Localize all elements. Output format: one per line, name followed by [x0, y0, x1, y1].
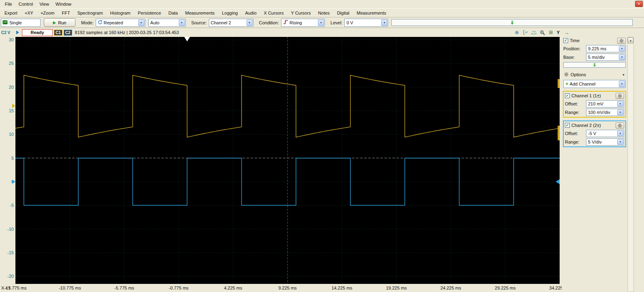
- time-position-value: 9.225 ms: [588, 46, 617, 51]
- channel1-checkbox[interactable]: ✓: [565, 93, 570, 98]
- add-channel-label: Add Channel: [570, 82, 617, 86]
- x-tick-label: -10.775 ms: [59, 286, 81, 290]
- time-base-value: 5 ms/div: [588, 55, 617, 60]
- chevron-down-icon: ▼: [619, 46, 625, 52]
- x-tick-label: 9.225 ms: [278, 286, 296, 290]
- time-section-title: Time: [570, 38, 580, 43]
- scope-menu-x-cursors[interactable]: X Cursors: [260, 9, 288, 17]
- scope-menu--zoom[interactable]: +Zoom: [37, 9, 58, 17]
- scope-menu-y-cursors[interactable]: Y Cursors: [287, 9, 314, 17]
- condition-select[interactable]: Rising ▼: [281, 19, 325, 27]
- mode-select[interactable]: Repeated ▼: [96, 19, 145, 27]
- channel1-offset-value: 210 mV: [588, 101, 616, 106]
- channel2-checkbox[interactable]: ✓: [565, 123, 570, 128]
- layout-grid-icon[interactable]: ⊞: [547, 29, 554, 36]
- scope-menu--xy[interactable]: +XY: [21, 9, 37, 17]
- menu-control[interactable]: Control: [15, 1, 36, 7]
- settings-panel: → ✓ Time Position: 9.225 ms ▼ Base: 5 ms…: [562, 28, 627, 292]
- base-label: Base:: [563, 55, 586, 60]
- zoom-region-icon[interactable]: ⊕: [513, 29, 520, 36]
- add-channel-select[interactable]: + Add Channel ▼: [563, 80, 626, 88]
- channel2-gear-button[interactable]: [616, 122, 624, 129]
- channel1-range-select[interactable]: 100 mV/div ▼: [586, 109, 624, 116]
- channel2-range-row: Range: 5 V/div ▼: [564, 137, 625, 146]
- panel-collapse-arrow-icon[interactable]: →: [564, 29, 569, 36]
- x-tick-label: -15.775 ms: [4, 286, 26, 290]
- level-select[interactable]: 0 V ▼: [344, 19, 388, 27]
- zoom-in-icon[interactable]: [539, 29, 546, 36]
- channel2-offset-select[interactable]: -5 V ▼: [586, 130, 624, 137]
- mode-value: Repeated: [104, 20, 137, 25]
- scope-menu-measurements[interactable]: Measurements: [181, 9, 218, 17]
- fit-horizontal-icon[interactable]: [530, 29, 537, 36]
- scope-menu-export[interactable]: Export: [1, 9, 21, 17]
- y-axis-button[interactable]: Y: [557, 30, 560, 35]
- scope-menu-notes[interactable]: Notes: [314, 9, 333, 17]
- channel2-offset-marker[interactable]: [12, 180, 15, 184]
- condition-label: Condition:: [259, 20, 279, 25]
- time-section-header: ✓ Time: [562, 37, 627, 44]
- time-position-drag-strip[interactable]: ⇓: [563, 62, 626, 68]
- time-checkbox[interactable]: ✓: [563, 38, 568, 43]
- plus-icon: +: [565, 82, 569, 86]
- scope-menu-fft[interactable]: FFT: [58, 9, 73, 17]
- channel2-title: Channel 2 (2±): [571, 123, 601, 128]
- condition-value: Rising: [290, 20, 316, 25]
- options-row[interactable]: Options ▼: [562, 71, 627, 78]
- channel1-gear-button[interactable]: [616, 93, 624, 99]
- single-label: Single: [9, 20, 22, 25]
- scope-menu-digital[interactable]: Digital: [333, 9, 353, 17]
- x-tick-label: 29.225 ms: [495, 286, 515, 290]
- acquisition-info: 8192 samples at 160 kHz | 2020-03-25 17:…: [75, 30, 179, 35]
- y-tick-label: 5: [11, 156, 14, 161]
- x-tick-label: 4.225 ms: [224, 286, 242, 290]
- scroll-up-button[interactable]: ▲: [628, 37, 633, 43]
- rising-edge-icon: [283, 20, 288, 25]
- scope-menu-data[interactable]: Data: [165, 9, 181, 17]
- channel2-range-select[interactable]: 5 V/div ▼: [586, 138, 624, 146]
- y-tick-label: -5: [10, 203, 14, 208]
- run-label: Run: [58, 20, 66, 25]
- scope-menu-spectrogram[interactable]: Spectrogram: [74, 9, 107, 17]
- chevron-down-icon: ▼: [381, 19, 387, 26]
- y-tick-label: -15: [7, 250, 14, 255]
- trigger-position-strip[interactable]: ⇓: [391, 19, 633, 26]
- channel1-offset-marker[interactable]: [12, 104, 15, 108]
- chevron-down-icon: ▼: [247, 19, 253, 26]
- auto-select[interactable]: Auto ▼: [148, 19, 186, 27]
- chevron-down-icon: ▼: [617, 139, 623, 145]
- menu-window[interactable]: Window: [52, 1, 75, 7]
- scope-menu-measurements[interactable]: Measurements: [353, 9, 390, 17]
- time-position-select[interactable]: 9.225 ms ▼: [586, 45, 626, 52]
- y-axis: 302520151050-5-10-15-20: [0, 37, 15, 284]
- x-tick-label: -5.775 ms: [114, 286, 134, 290]
- x-tick-label: 19.225 ms: [386, 286, 407, 290]
- chevron-down-icon: ▼: [617, 131, 623, 136]
- channel1-badge[interactable]: C1: [54, 30, 62, 36]
- menu-view[interactable]: View: [36, 1, 52, 7]
- waveform-plot[interactable]: [15, 37, 560, 284]
- y-tick-label: -10: [7, 227, 14, 232]
- scope-menu-persistence[interactable]: Persistence: [134, 9, 165, 17]
- single-button[interactable]: Single: [1, 19, 41, 27]
- channel1-title: Channel 1 (1±): [571, 93, 601, 98]
- time-base-select[interactable]: 5 ms/div ▼: [586, 54, 626, 61]
- time-gear-button[interactable]: [617, 38, 626, 44]
- run-button[interactable]: ▶ Run: [44, 18, 75, 27]
- scope-menu-logging[interactable]: Logging: [218, 9, 241, 17]
- scope-menu-histogram[interactable]: Histogram: [107, 9, 134, 17]
- channel2-badge[interactable]: C2: [64, 30, 72, 36]
- scope-content: C2 V Ready C1 C2 8192 samples at 160 kHz…: [0, 28, 644, 292]
- channel1-header: ✓ Channel 1 (1±): [564, 92, 625, 99]
- acquisition-toolbar: Single ▶ Run Mode: Repeated ▼ Auto ▼ Sou…: [0, 17, 644, 28]
- chevron-down-icon: ▼: [622, 73, 625, 76]
- source-select[interactable]: Channel 2 ▼: [209, 19, 253, 27]
- y-axis-title: C2 V: [0, 30, 15, 35]
- channel1-offset-select[interactable]: 210 mV ▼: [586, 100, 624, 107]
- scope-menu-audio[interactable]: Audio: [241, 9, 260, 17]
- menu-file[interactable]: File: [2, 1, 15, 7]
- panel-scrollbar[interactable]: ▲: [627, 37, 634, 292]
- options-label: Options: [571, 72, 586, 77]
- close-button[interactable]: ×: [635, 1, 643, 7]
- fit-vertical-icon[interactable]: [522, 29, 529, 36]
